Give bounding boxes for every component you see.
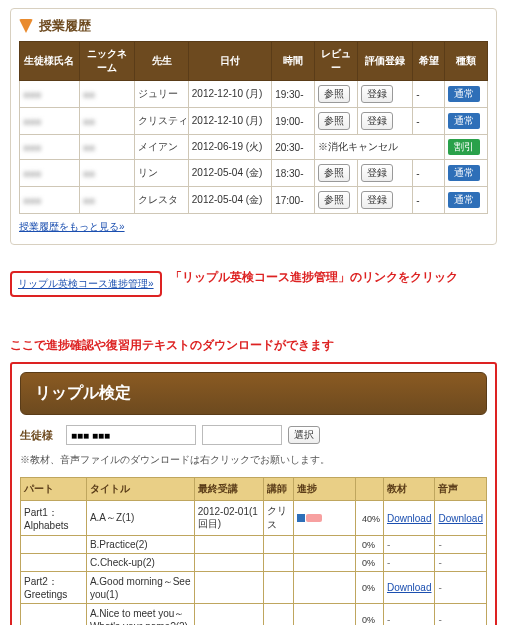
kind-badge: 割引 (448, 139, 480, 155)
nickname-cell: ■■ (79, 81, 135, 108)
review-button[interactable]: 参照 (318, 191, 350, 209)
history-col-header: 生徒様氏名 (20, 42, 80, 81)
teacher-cell: クレスタ (135, 187, 188, 214)
student-name-cell: ■■■ (20, 160, 80, 187)
progress-col-header: 教材 (384, 478, 435, 501)
material-cell: - (384, 554, 435, 572)
progress-bar-cell (294, 536, 356, 554)
table-row: A.Nice to meet you～What's your name?(2)0… (21, 604, 487, 626)
part-cell (21, 536, 87, 554)
last-date-cell: 2012-02-01(1回目) (194, 501, 263, 536)
part-cell: Part1：Alphabets (21, 501, 87, 536)
review-cell: 参照 (314, 160, 357, 187)
teacher-cell (264, 554, 294, 572)
eval-button[interactable]: 登録 (361, 85, 393, 103)
last-date-cell (194, 572, 263, 604)
kind-cell: 通常 (445, 187, 488, 214)
instruction-text-2: ここで進捗確認や復習用テキストのダウンロードができます (10, 337, 497, 354)
date-cell: 2012-05-04 (金) (188, 187, 271, 214)
student-name-cell: ■■■ (20, 108, 80, 135)
progress-col-header: 進捗 (294, 478, 356, 501)
progress-col-header: タイトル (86, 478, 194, 501)
progress-pct-cell: 0% (355, 536, 383, 554)
date-cell: 2012-12-10 (月) (188, 81, 271, 108)
review-button[interactable]: 参照 (318, 164, 350, 182)
review-cell: 参照 (314, 81, 357, 108)
progress-table: パートタイトル最終受講講師進捗教材音声 Part1：AlphabetsA.A～Z… (20, 477, 487, 625)
table-row: C.Check-up(2)0%-- (21, 554, 487, 572)
history-more-link[interactable]: 授業履歴をもっと見る» (19, 220, 125, 234)
kind-cell: 通常 (445, 81, 488, 108)
teacher-cell: リン (135, 160, 188, 187)
history-col-header: レビュー (314, 42, 357, 81)
progress-col-header: パート (21, 478, 87, 501)
kind-cell: 通常 (445, 108, 488, 135)
eval-button[interactable]: 登録 (361, 112, 393, 130)
eval-cell: 登録 (357, 108, 413, 135)
history-col-header: 先生 (135, 42, 188, 81)
nickname-cell: ■■ (79, 135, 135, 160)
table-row: ■■■■■クレスタ2012-05-04 (金)17:00-参照登録-通常 (20, 187, 488, 214)
kind-badge: 通常 (448, 192, 480, 208)
last-date-cell (194, 554, 263, 572)
student-selector-row: 生徒様 選択 (20, 425, 487, 445)
time-cell: 19:30- (272, 81, 315, 108)
audio-cell: - (435, 536, 487, 554)
instruction-text-1: 「リップル英検コース進捗管理」のリンクをクリック (170, 269, 458, 286)
review-button[interactable]: 参照 (318, 85, 350, 103)
last-date-cell (194, 604, 263, 626)
wish-cell: - (413, 81, 445, 108)
cancel-cell: ※消化キャンセル (314, 135, 444, 160)
kind-cell: 通常 (445, 160, 488, 187)
table-row: ■■■■■リン2012-05-04 (金)18:30-参照登録-通常 (20, 160, 488, 187)
kentei-title-bar: リップル検定 (20, 372, 487, 415)
nickname-cell: ■■ (79, 187, 135, 214)
title-cell: A.Nice to meet you～What's your name?(2) (86, 604, 194, 626)
material-download-link[interactable]: Download (387, 582, 431, 593)
eiken-progress-link-box: リップル英検コース進捗管理» (10, 271, 162, 297)
material-cell: Download (384, 501, 435, 536)
kentei-frame: リップル検定 生徒様 選択 ※教材、音声ファイルのダウンロードは右クリックでお願… (10, 362, 497, 625)
student-name-cell: ■■■ (20, 81, 80, 108)
audio-cell: - (435, 554, 487, 572)
history-table: 生徒様氏名ニックネーム先生日付時間レビュー評価登録希望種類 ■■■■■ジュリー2… (19, 41, 488, 214)
time-cell: 18:30- (272, 160, 315, 187)
teacher-cell: クリス (264, 501, 294, 536)
nickname-cell: ■■ (79, 108, 135, 135)
student-name-field[interactable] (66, 425, 196, 445)
eval-button[interactable]: 登録 (361, 191, 393, 209)
kind-badge: 通常 (448, 165, 480, 181)
eval-cell: 登録 (357, 160, 413, 187)
history-col-header: 時間 (272, 42, 315, 81)
review-cell: 参照 (314, 108, 357, 135)
history-col-header: 希望 (413, 42, 445, 81)
student-select-button[interactable]: 選択 (288, 426, 320, 444)
review-button[interactable]: 参照 (318, 112, 350, 130)
title-cell: A.A～Z(1) (86, 501, 194, 536)
history-col-header: 種類 (445, 42, 488, 81)
teacher-cell (264, 572, 294, 604)
student-select-field[interactable] (202, 425, 282, 445)
audio-download-link[interactable]: Download (438, 513, 482, 524)
material-download-link[interactable]: Download (387, 513, 431, 524)
table-row: ■■■■■クリスティ2012-12-10 (月)19:00-参照登録-通常 (20, 108, 488, 135)
teacher-cell (264, 536, 294, 554)
time-cell: 19:00- (272, 108, 315, 135)
audio-cell: - (435, 572, 487, 604)
date-cell: 2012-06-19 (火) (188, 135, 271, 160)
history-col-header: ニックネーム (79, 42, 135, 81)
eval-button[interactable]: 登録 (361, 164, 393, 182)
progress-bar-cell (294, 554, 356, 572)
eiken-progress-link[interactable]: リップル英検コース進捗管理» (18, 278, 154, 289)
nickname-cell: ■■ (79, 160, 135, 187)
time-cell: 20:30- (272, 135, 315, 160)
material-cell: - (384, 604, 435, 626)
eval-cell: 登録 (357, 81, 413, 108)
part-cell (21, 604, 87, 626)
panel-title: 授業履歴 (39, 17, 91, 35)
audio-cell: - (435, 604, 487, 626)
part-cell (21, 554, 87, 572)
teacher-cell (264, 604, 294, 626)
panel-header: 授業履歴 (19, 17, 488, 35)
progress-bar-cell (294, 501, 356, 536)
